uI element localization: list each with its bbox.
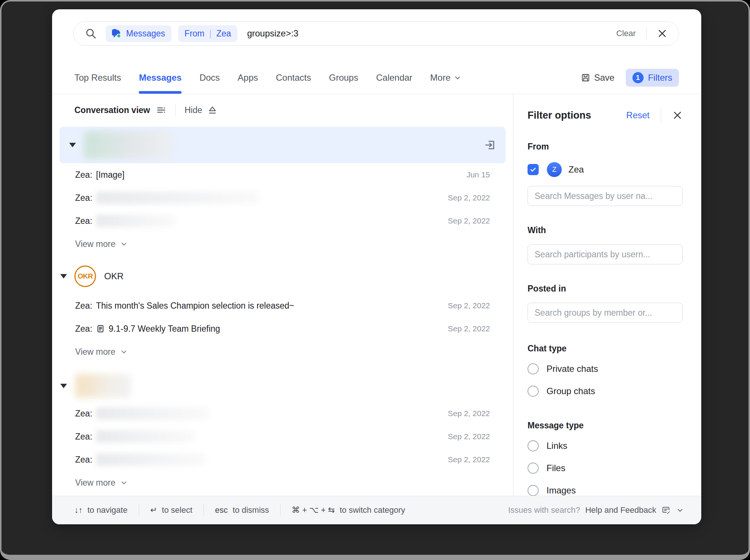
blurred-message-text [96,192,260,204]
blurred-message-text [96,407,209,420]
from-selected-user-row[interactable]: Z Zea [528,162,683,177]
message-result-row[interactable]: Zea: Sep 2, 2022 [52,425,513,448]
chevron-down-icon [120,348,128,356]
chevron-down-icon[interactable] [676,506,684,514]
chat-bubble-icon [112,29,122,39]
from-search-input[interactable] [528,186,683,206]
posted-in-search-input[interactable] [528,303,683,323]
shortcut-switch-category: ⌘ + ⌥ + ⇆ to switch category [292,505,405,515]
screen-background: Messages From | Zea groupsize>:3 Clear T… [0,0,750,560]
with-search-input[interactable] [528,244,683,264]
radio-option-group-chats[interactable]: Group chats [528,384,683,398]
radio-option-private-chats[interactable]: Private chats [528,362,683,376]
radio-icon[interactable] [528,485,539,496]
search-bar[interactable]: Messages From | Zea groupsize>:3 Clear [73,21,679,46]
message-type-section-heading: Message type [528,421,683,431]
filters-button[interactable]: 1 Filters [626,69,679,87]
tab-top-results[interactable]: Top Results [74,61,121,94]
hide-label[interactable]: Hide [185,105,202,115]
search-icon [85,28,97,39]
search-bar-divider [646,27,647,40]
reset-filters-link[interactable]: Reset [626,110,650,120]
panel-header-divider [661,108,661,122]
shortcut-footer: ↓↑ to navigate ↵ to select esc to dismis… [52,496,701,524]
close-filter-panel-icon[interactable] [672,110,683,120]
from-chip-key: From [185,29,205,39]
chevron-down-icon [120,479,128,487]
footer-divider [203,504,204,516]
tab-apps[interactable]: Apps [238,61,258,94]
conversation-view-title: Conversation view [74,105,150,115]
feedback-icon[interactable] [661,506,671,515]
radio-option-files[interactable]: Files [528,461,683,475]
message-result-row[interactable]: Zea: 9.1-9.7 Weekly Team Briefing Sep 2,… [52,317,513,340]
blurred-message-text [96,453,206,466]
search-query-text[interactable]: groupsize>:3 [247,28,298,39]
blurred-group-name [75,374,131,398]
footer-divider [280,504,281,516]
tab-more[interactable]: More [430,61,462,94]
save-button[interactable]: Save [581,73,615,83]
blurred-message-text [96,215,176,227]
message-result-row[interactable]: Zea: Sep 2, 2022 [52,402,513,425]
group-name: OKR [104,271,124,281]
radio-option-links[interactable]: Links [528,439,683,453]
help-and-feedback-link[interactable]: Help and Feedback [585,505,656,515]
results-pane: Conversation view Hide Zea: [52,94,513,496]
radio-option-images[interactable]: Images [528,483,683,496]
from-filter-chip[interactable]: From | Zea [178,25,237,42]
collapse-caret-icon[interactable] [69,143,76,147]
from-section-heading: From [528,142,683,152]
radio-icon[interactable] [528,386,539,397]
hide-collapse-icon[interactable] [207,104,218,116]
message-result-row[interactable]: Zea: This month's Sales Champion selecti… [52,294,513,317]
view-more-link[interactable]: View more [52,471,513,494]
blurred-group-name [84,131,172,159]
close-search-icon[interactable] [657,28,667,39]
tab-contacts[interactable]: Contacts [276,61,311,94]
conversation-group-header-blurred[interactable] [52,370,513,402]
conversation-view-options-icon[interactable] [156,105,166,115]
selected-user-name: Zea [568,164,584,175]
save-icon [581,73,590,83]
active-tab-underline [139,91,182,94]
clear-button[interactable]: Clear [616,29,636,38]
from-chip-value: Zea [216,29,231,39]
scope-chip-label: Messages [126,29,165,39]
shortcut-dismiss: esc to dismiss [215,505,269,515]
view-more-link[interactable]: View more [52,340,513,363]
message-result-row[interactable]: Zea: Sep 2, 2022 [52,186,513,209]
collapse-caret-icon[interactable] [60,384,67,388]
tab-messages[interactable]: Messages [139,61,182,94]
chevron-down-icon [120,240,128,248]
filters-count-badge: 1 [632,72,644,83]
shortcut-select: ↵ to select [150,505,192,515]
tab-groups[interactable]: Groups [329,61,358,94]
posted-in-section-heading: Posted in [528,284,683,294]
tab-docs[interactable]: Docs [199,61,220,94]
radio-icon[interactable] [528,440,539,451]
save-label: Save [594,73,615,83]
collapse-caret-icon[interactable] [60,274,67,279]
user-avatar: Z [547,162,562,177]
radio-icon[interactable] [528,463,539,474]
filter-panel-title: Filter options [528,110,591,121]
conversation-group-header-okr[interactable]: OKR OKR [52,258,513,294]
view-more-link[interactable]: View more [52,232,513,255]
filters-label: Filters [648,73,672,83]
checkbox-checked-icon[interactable] [528,164,539,175]
message-result-row[interactable]: Zea: Sep 2, 2022 [52,209,513,232]
tab-calendar[interactable]: Calendar [376,61,412,94]
conversation-group-header-selected[interactable] [60,127,506,163]
with-section-heading: With [528,225,683,235]
chip-separator: | [209,29,212,39]
radio-icon[interactable] [528,363,539,374]
scope-chip-messages[interactable]: Messages [106,25,172,42]
message-result-row[interactable]: Zea: Sep 2, 2022 [52,448,513,471]
footer-divider [139,504,139,516]
blurred-message-text [96,430,195,443]
shortcut-navigate: ↓↑ to navigate [74,505,128,515]
open-conversation-icon[interactable] [484,139,496,151]
message-result-row[interactable]: Zea: [Image] Jun 15 [52,163,513,186]
header-divider [175,104,176,116]
